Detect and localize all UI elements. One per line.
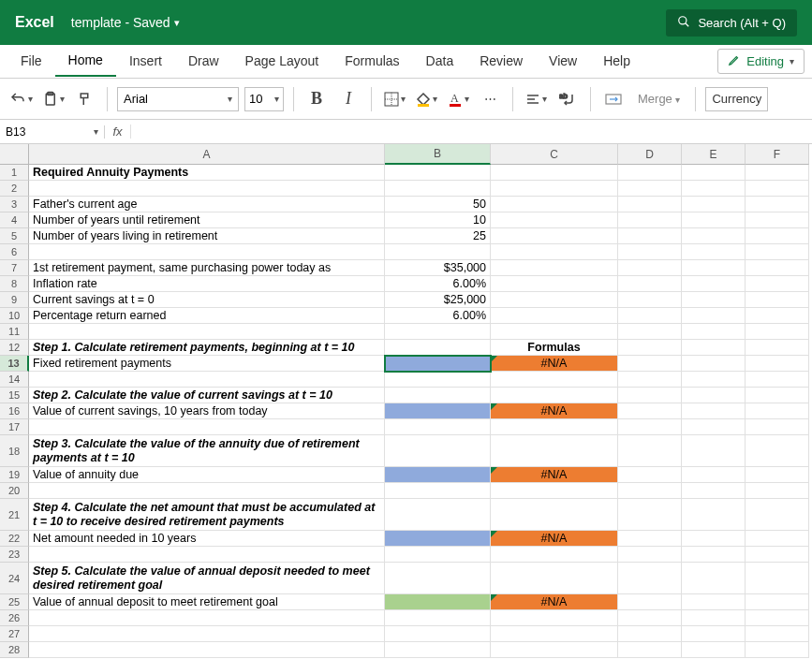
cell-A6[interactable] bbox=[29, 244, 385, 260]
row-header[interactable]: 18 bbox=[0, 435, 29, 467]
cell-A3[interactable]: Father's current age bbox=[29, 197, 385, 212]
cell-D19[interactable] bbox=[618, 467, 682, 483]
cell-A27[interactable] bbox=[29, 626, 385, 642]
row-header[interactable]: 13 bbox=[0, 356, 29, 372]
cell-B26[interactable] bbox=[385, 610, 491, 626]
row-header[interactable]: 10 bbox=[0, 308, 29, 324]
cell-F3[interactable] bbox=[746, 197, 809, 212]
cell-F14[interactable] bbox=[746, 372, 809, 388]
cell-F2[interactable] bbox=[746, 181, 809, 197]
cell-D1[interactable] bbox=[618, 165, 682, 181]
cell-B8[interactable]: 6.00% bbox=[385, 276, 491, 292]
row-header[interactable]: 1 bbox=[0, 165, 29, 181]
cell-C11[interactable] bbox=[491, 324, 618, 340]
cell-A10[interactable]: Percentage return earned bbox=[29, 308, 385, 324]
cell-F24[interactable] bbox=[746, 563, 809, 594]
cell-B4[interactable]: 10 bbox=[385, 212, 491, 228]
cell-A11[interactable] bbox=[29, 324, 385, 340]
cell-A16[interactable]: Value of current savings, 10 years from … bbox=[29, 403, 385, 419]
cell-F17[interactable] bbox=[746, 419, 809, 435]
cell-A17[interactable] bbox=[29, 419, 385, 435]
cell-A20[interactable] bbox=[29, 483, 385, 499]
cell-F10[interactable] bbox=[746, 308, 809, 324]
cell-F21[interactable] bbox=[746, 499, 809, 531]
cell-D10[interactable] bbox=[618, 308, 682, 324]
cell-A25[interactable]: Value of annual deposit to meet retireme… bbox=[29, 594, 385, 610]
cell-E15[interactable] bbox=[682, 388, 746, 403]
tab-help[interactable]: Help bbox=[590, 48, 643, 76]
cell-F4[interactable] bbox=[746, 212, 809, 228]
clipboard-button[interactable]: ▾ bbox=[39, 86, 66, 112]
cell-A8[interactable]: Inflation rate bbox=[29, 276, 385, 292]
cell-D7[interactable] bbox=[618, 260, 682, 276]
cell-F25[interactable] bbox=[746, 594, 809, 610]
cell-E9[interactable] bbox=[682, 292, 746, 308]
cell-C26[interactable] bbox=[491, 610, 618, 626]
bold-button[interactable]: B bbox=[303, 86, 330, 112]
wrap-text-button[interactable]: ab bbox=[554, 86, 581, 112]
cell-E13[interactable] bbox=[682, 356, 746, 372]
row-header[interactable]: 25 bbox=[0, 594, 29, 610]
cell-E19[interactable] bbox=[682, 467, 746, 483]
cell-D15[interactable] bbox=[618, 388, 682, 403]
cell-C20[interactable] bbox=[491, 483, 618, 499]
select-all-corner[interactable] bbox=[0, 144, 29, 165]
cell-E17[interactable] bbox=[682, 419, 746, 435]
cell-F15[interactable] bbox=[746, 388, 809, 403]
cell-E3[interactable] bbox=[682, 197, 746, 212]
cell-D20[interactable] bbox=[618, 483, 682, 499]
cell-C23[interactable] bbox=[491, 547, 618, 563]
cell-A2[interactable] bbox=[29, 181, 385, 197]
cell-B28[interactable] bbox=[385, 642, 491, 658]
more-formatting-button[interactable]: ⋯ bbox=[477, 86, 503, 112]
row-header[interactable]: 28 bbox=[0, 642, 29, 658]
cell-A18[interactable]: Step 3. Calculate the value of the annui… bbox=[29, 435, 385, 467]
cell-E18[interactable] bbox=[682, 435, 746, 467]
cell-F1[interactable] bbox=[746, 165, 809, 181]
cell-F22[interactable] bbox=[746, 531, 809, 547]
cell-A24[interactable]: Step 5. Calculate the value of annual de… bbox=[29, 563, 385, 594]
cell-F26[interactable] bbox=[746, 610, 809, 626]
cell-B24[interactable] bbox=[385, 563, 491, 594]
cell-B6[interactable] bbox=[385, 244, 491, 260]
cell-E22[interactable] bbox=[682, 531, 746, 547]
cell-B5[interactable]: 25 bbox=[385, 228, 491, 244]
cell-E23[interactable] bbox=[682, 547, 746, 563]
cell-D28[interactable] bbox=[618, 642, 682, 658]
cell-B14[interactable] bbox=[385, 372, 491, 388]
cell-C8[interactable] bbox=[491, 276, 618, 292]
cell-A7[interactable]: 1st retirement payment, same purchasing … bbox=[29, 260, 385, 276]
spreadsheet-grid[interactable]: A B C D E F 1Required Annuity Payments 2… bbox=[0, 144, 812, 658]
cell-B23[interactable] bbox=[385, 547, 491, 563]
cell-A4[interactable]: Number of years until retirement bbox=[29, 212, 385, 228]
cell-A15[interactable]: Step 2. Calculate the value of current s… bbox=[29, 388, 385, 403]
cell-B1[interactable] bbox=[385, 165, 491, 181]
cell-D26[interactable] bbox=[618, 610, 682, 626]
row-header[interactable]: 20 bbox=[0, 483, 29, 499]
row-header[interactable]: 24 bbox=[0, 563, 29, 594]
tab-draw[interactable]: Draw bbox=[175, 48, 232, 76]
cell-E1[interactable] bbox=[682, 165, 746, 181]
cell-D13[interactable] bbox=[618, 356, 682, 372]
col-header-A[interactable]: A bbox=[29, 144, 385, 165]
cell-C9[interactable] bbox=[491, 292, 618, 308]
document-name[interactable]: template - Saved ▾ bbox=[71, 15, 180, 30]
row-header[interactable]: 6 bbox=[0, 244, 29, 260]
fill-color-button[interactable]: ▾ bbox=[413, 86, 439, 112]
italic-button[interactable]: I bbox=[335, 86, 362, 112]
cell-C15[interactable] bbox=[491, 388, 618, 403]
col-header-C[interactable]: C bbox=[491, 144, 618, 165]
row-header[interactable]: 3 bbox=[0, 197, 29, 212]
tab-view[interactable]: View bbox=[536, 48, 590, 76]
row-header[interactable]: 21 bbox=[0, 499, 29, 531]
cell-B21[interactable] bbox=[385, 499, 491, 531]
cell-E8[interactable] bbox=[682, 276, 746, 292]
number-format-select[interactable]: Currency bbox=[705, 87, 768, 111]
cell-C4[interactable] bbox=[491, 212, 618, 228]
editing-mode-button[interactable]: Editing ▾ bbox=[717, 49, 805, 74]
cell-E4[interactable] bbox=[682, 212, 746, 228]
cell-D21[interactable] bbox=[618, 499, 682, 531]
cell-C21[interactable] bbox=[491, 499, 618, 531]
row-header[interactable]: 2 bbox=[0, 181, 29, 197]
alignment-button[interactable]: ▾ bbox=[523, 86, 549, 112]
